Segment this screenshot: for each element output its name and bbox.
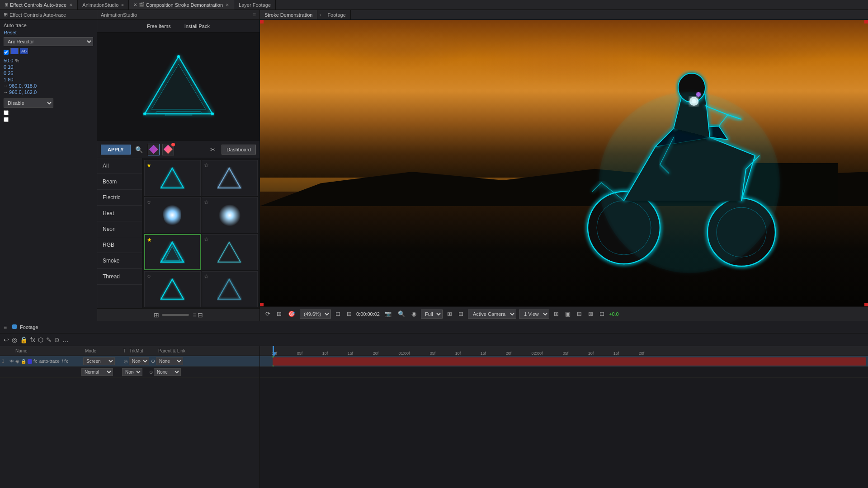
main-checkbox[interactable] [4, 50, 9, 55]
search-button[interactable]: 🔍 [133, 144, 145, 155]
layers-icon[interactable]: ≡ [4, 324, 7, 330]
category-heat[interactable]: Heat [97, 206, 142, 221]
extra-checkbox-2[interactable] [4, 117, 9, 122]
tab-layer-footage[interactable]: Layer Footage [234, 0, 276, 9]
coord-value-2[interactable]: 960.0, 162.0 [9, 89, 37, 95]
layer-view-btn[interactable]: ⊟ [457, 310, 465, 318]
category-smoke[interactable]: Smoke [97, 253, 142, 269]
list-view-icon[interactable]: ≡ [193, 311, 196, 319]
effect-btn[interactable]: fx [30, 336, 35, 343]
star-icon-6[interactable]: ☆ [204, 236, 209, 243]
param-value-2[interactable]: 0.10 [4, 64, 13, 70]
channels-btn[interactable]: ◉ [410, 310, 418, 318]
comp-tab-footage[interactable]: Footage [323, 10, 350, 19]
diamond-tool-btn[interactable] [148, 144, 160, 155]
zoom-select[interactable]: (49.6%) [300, 310, 331, 319]
star-icon-2[interactable]: ☆ [204, 162, 209, 169]
safe-margins-btn[interactable]: ▣ [563, 310, 572, 318]
rulers-btn[interactable]: ⊡ [598, 310, 606, 318]
new-layer-btn[interactable]: ↩ [4, 336, 9, 343]
effect-cell-3[interactable]: ☆ [144, 197, 201, 233]
star-icon-1[interactable]: ★ [146, 162, 151, 169]
trkmat-dropdown[interactable]: None [129, 357, 149, 365]
viewer-area[interactable] [260, 20, 868, 306]
param-value-1[interactable]: 50.0 [4, 58, 13, 63]
disable-dropdown[interactable]: Disable [4, 99, 53, 108]
category-rgb[interactable]: RGB [97, 237, 142, 253]
category-electric[interactable]: Electric [97, 190, 142, 206]
effect-cell-7[interactable]: ☆ [144, 271, 201, 307]
tab-effect-controls-close[interactable]: ✕ [69, 3, 73, 7]
guides-btn[interactable]: ⊠ [586, 310, 595, 318]
category-neon[interactable]: Neon [97, 221, 142, 237]
color-icon-ab[interactable]: AB [20, 48, 28, 54]
quality-select[interactable]: Full [421, 310, 443, 319]
star-icon-3[interactable]: ☆ [146, 199, 151, 206]
color-icon-blue[interactable] [10, 48, 19, 54]
star-icon-4[interactable]: ☆ [204, 199, 209, 206]
layer-lock[interactable]: 🔒 [21, 359, 26, 364]
tab-animation-studio-menu[interactable]: ≡ [121, 3, 123, 7]
pink-tool-btn[interactable] [162, 144, 174, 155]
category-all[interactable]: All [97, 158, 142, 174]
comp-tab-stroke[interactable]: Stroke Demonstration [260, 10, 317, 19]
layer-visibility[interactable]: 👁 [9, 359, 14, 364]
reset-view-btn[interactable]: ⟳ [264, 310, 272, 318]
category-beam[interactable]: Beam [97, 174, 142, 190]
reset-button[interactable]: Reset [4, 30, 93, 35]
tab-animation-studio[interactable]: AnimationStudio ≡ [78, 0, 128, 9]
category-thread[interactable]: Thread [97, 269, 142, 285]
grid-btn[interactable]: ⊟ [575, 310, 584, 318]
install-pack-link[interactable]: Install Pack [184, 23, 210, 29]
comp-settings-btn[interactable]: ⊞ [275, 310, 283, 318]
camera-select[interactable]: Active Camera [468, 310, 516, 319]
show-snapshot-btn[interactable]: 🔍 [396, 310, 407, 318]
free-items-link[interactable]: Free Items [147, 23, 171, 29]
star-icon-7[interactable]: ☆ [146, 273, 151, 280]
layer-row-1[interactable]: 1 👁 ◉ 🔒 fx auto-trace / fx Screen [0, 356, 259, 367]
mask-btn[interactable]: ⬡ [38, 336, 43, 343]
star-icon-8[interactable]: ☆ [204, 273, 209, 280]
camera-mode-btn[interactable]: 🎯 [286, 310, 297, 318]
view-select[interactable]: 1 View [519, 310, 549, 319]
param-value-3[interactable]: 0.26 [4, 70, 13, 76]
layer-number: 1 [2, 359, 8, 364]
grid-view-icon[interactable]: ⊞ [154, 311, 159, 319]
lock-btn[interactable]: 🔒 [20, 336, 28, 343]
mode-dropdown-1[interactable]: Screen [83, 357, 115, 365]
comp-view-btn[interactable]: ⊞ [445, 310, 454, 318]
studio-menu-icon[interactable]: ≡ [253, 12, 256, 18]
layout-btn[interactable]: ⊞ [552, 310, 561, 318]
layer-solo[interactable]: ◉ [15, 359, 19, 364]
effect-cell-2[interactable]: ☆ [202, 160, 258, 196]
apply-button[interactable]: APPLY [101, 145, 131, 155]
scissors-button[interactable]: ✂ [207, 144, 219, 155]
coord-value-1[interactable]: 960.0, 918.0 [9, 83, 37, 89]
mode-dropdown-2[interactable]: Normal [81, 368, 113, 376]
effect-cell-6[interactable]: ☆ [202, 234, 258, 270]
puppet-btn[interactable]: ⊙ [54, 336, 60, 343]
parent-dropdown-1[interactable]: None [156, 357, 183, 365]
paint-btn[interactable]: ✎ [46, 336, 52, 343]
snapshot-btn[interactable]: 📷 [382, 310, 393, 318]
parent-dropdown-2[interactable]: None [154, 368, 181, 376]
param-value-4[interactable]: 1.80 [4, 77, 13, 82]
fit-btn[interactable]: ⊡ [334, 310, 342, 318]
arc-reactor-dropdown[interactable]: Arc Reactor [4, 37, 93, 46]
effect-cell-8[interactable]: ☆ [202, 271, 258, 307]
tab-composition[interactable]: ✕ 🎬 Composition Stroke Demonstration ✕ [129, 0, 235, 9]
star-icon-5[interactable]: ★ [147, 237, 152, 243]
more-tools-btn[interactable]: … [62, 336, 69, 343]
extra-checkbox[interactable] [4, 110, 9, 115]
solo-btn[interactable]: ◎ [12, 336, 17, 343]
region-btn[interactable]: ⊟ [345, 310, 354, 318]
effect-cell-1[interactable]: ★ [144, 160, 201, 196]
track-bar-1[interactable] [273, 357, 866, 366]
tab-composition-close[interactable]: ✕ [226, 3, 229, 7]
effect-cell-4[interactable]: ☆ [202, 197, 258, 233]
detail-view-icon[interactable]: ⊟ [198, 311, 203, 319]
dashboard-button[interactable]: Dashboard [222, 145, 256, 155]
effect-cell-5[interactable]: ★ [144, 234, 201, 270]
tab-effect-controls[interactable]: ⊞ Effect Controls Auto-trace ✕ [0, 0, 78, 9]
trkmat-dropdown-2[interactable]: None [122, 368, 142, 376]
